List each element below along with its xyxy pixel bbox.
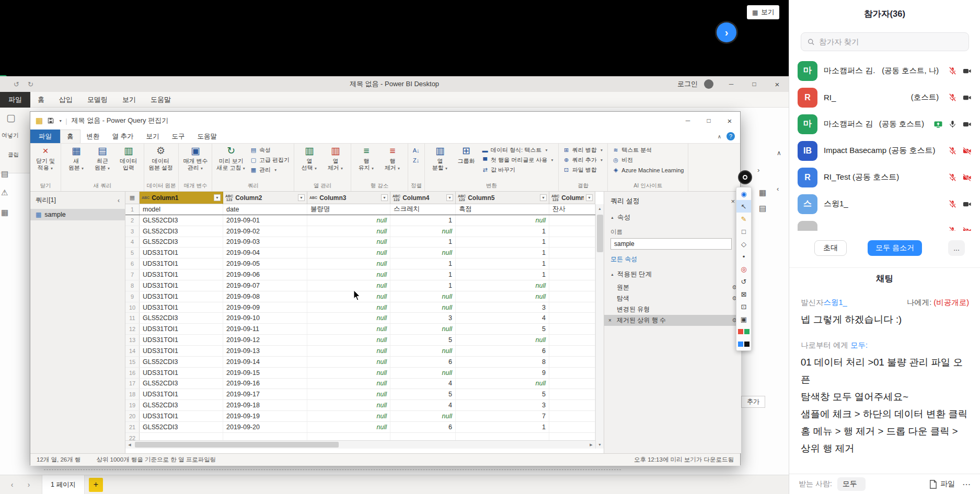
- view-button[interactable]: ▦ 보기: [747, 5, 779, 19]
- table-cell[interactable]: null: [307, 346, 390, 356]
- table-cell[interactable]: [307, 433, 390, 440]
- screen-tool[interactable]: ⊡: [736, 300, 751, 313]
- pq-close-button[interactable]: ×: [719, 112, 740, 130]
- table-cell[interactable]: null: [307, 368, 390, 378]
- table-cell[interactable]: [549, 324, 595, 334]
- table-cell[interactable]: 2019-09-11: [223, 324, 307, 334]
- spotlight-tool[interactable]: ◎: [736, 263, 751, 275]
- scrollbar-thumb[interactable]: [597, 215, 603, 252]
- table-cell[interactable]: 2019-09-15: [223, 368, 307, 378]
- table-cell[interactable]: GLS52CDI3: [140, 379, 223, 389]
- table-cell[interactable]: null: [390, 291, 456, 302]
- table-cell[interactable]: 2019-09-17: [223, 389, 307, 399]
- table-cell[interactable]: [549, 258, 595, 269]
- save-icon[interactable]: [47, 117, 54, 124]
- table-cell[interactable]: [549, 335, 595, 345]
- column-filter-icon[interactable]: ▼: [298, 194, 305, 201]
- advanced-editor-button[interactable]: ▢고급 편집기: [248, 155, 291, 165]
- table-cell[interactable]: [549, 313, 595, 323]
- table-row[interactable]: 19GLS52CDI32019-09-18null43: [125, 400, 595, 411]
- table-cell[interactable]: [549, 357, 595, 367]
- table-cell[interactable]: 5: [456, 389, 549, 399]
- close-button[interactable]: ×: [766, 76, 789, 92]
- table-cell[interactable]: 2019-09-07: [223, 280, 307, 291]
- table-cell[interactable]: null: [307, 215, 390, 226]
- remove-rows-button[interactable]: ≡행 제거▼: [380, 145, 405, 172]
- properties-section-header[interactable]: ▲ 속성: [610, 213, 741, 222]
- help-icon[interactable]: ?: [727, 132, 735, 140]
- collapse-panel-icon[interactable]: ∧: [777, 149, 781, 157]
- new-source-button[interactable]: ▦새 원본▼: [64, 145, 89, 172]
- table-row[interactable]: 4GLS52CDI32019-09-03null11: [125, 237, 595, 248]
- table-cell[interactable]: UDS31TOI1: [140, 258, 223, 269]
- stamp-tool[interactable]: •: [736, 250, 751, 263]
- eraser-tool[interactable]: ⊠: [736, 288, 751, 300]
- vertical-scrollbar[interactable]: ▲ ▼: [595, 204, 604, 449]
- page-tab[interactable]: 1 페이지: [42, 475, 85, 494]
- color-swatch[interactable]: [738, 342, 743, 347]
- table-cell[interactable]: 2019-09-14: [223, 357, 307, 367]
- table-cell[interactable]: null: [307, 258, 390, 269]
- grid-select-all-corner[interactable]: ▦: [125, 192, 140, 204]
- eye-tool[interactable]: ◉: [736, 187, 751, 200]
- column-header-column2[interactable]: ABC123Column2▼: [223, 192, 307, 204]
- table-cell[interactable]: null: [456, 335, 549, 345]
- table-cell[interactable]: 6: [390, 422, 456, 432]
- table-cell[interactable]: 5: [456, 324, 549, 334]
- replace-values-button[interactable]: ⇄값 바꾸기: [480, 165, 556, 175]
- report-view-icon[interactable]: ▤: [1, 169, 8, 179]
- applied-step-탐색[interactable]: 탐색⚙: [604, 293, 741, 304]
- column-filter-icon[interactable]: ▼: [586, 194, 593, 201]
- table-cell[interactable]: null: [390, 368, 456, 378]
- choose-columns-button[interactable]: ▥열 선택▼: [297, 145, 322, 172]
- table-cell[interactable]: [549, 248, 595, 258]
- table-cell[interactable]: 1: [390, 269, 456, 280]
- horizontal-scrollbar[interactable]: ◀ ▶: [125, 440, 595, 449]
- table-cell[interactable]: UDS31TOI1: [140, 248, 223, 258]
- split-column-button[interactable]: ▥열 분할▼: [428, 145, 453, 172]
- tab-help[interactable]: 도움말: [143, 92, 178, 108]
- append-queries-button[interactable]: ⊕쿼리 추가▼: [561, 155, 605, 165]
- table-cell[interactable]: [140, 433, 223, 440]
- remove-columns-button[interactable]: ▥열 제거▼: [323, 145, 348, 172]
- table-cell[interactable]: UDS31TOI1: [140, 389, 223, 399]
- table-cell[interactable]: null: [307, 357, 390, 367]
- table-row[interactable]: 18UDS31TOI12019-09-17null55: [125, 389, 595, 400]
- login-button[interactable]: 로그인: [672, 79, 703, 89]
- table-cell[interactable]: null: [307, 280, 390, 291]
- table-cell[interactable]: 1: [390, 280, 456, 291]
- color-swatch[interactable]: [744, 342, 750, 347]
- table-row[interactable]: 16UDS31TOI12019-09-15nullnull9: [125, 368, 595, 379]
- table-cell[interactable]: [549, 346, 595, 356]
- data-type-button[interactable]: ▬데이터 형식: 텍스트▼: [480, 145, 556, 155]
- table-cell[interactable]: 2019-09-08: [223, 291, 307, 302]
- add-button[interactable]: 추가: [741, 396, 765, 408]
- table-cell[interactable]: [549, 411, 595, 421]
- table-row[interactable]: 21GLS52CDI32019-09-20null61: [125, 422, 595, 433]
- sort-ascending-button[interactable]: A↓: [411, 145, 421, 155]
- applied-step-변경된 유형[interactable]: 변경된 유형: [604, 304, 741, 315]
- table-cell[interactable]: null: [390, 324, 456, 334]
- tab-insert[interactable]: 삽입: [52, 92, 80, 108]
- table-cell[interactable]: [223, 433, 307, 440]
- table-cell[interactable]: null: [307, 411, 390, 421]
- table-cell[interactable]: null: [390, 411, 456, 421]
- table-cell[interactable]: 9: [456, 368, 549, 378]
- recent-sources-button[interactable]: ▤최근 원본▼: [90, 145, 115, 172]
- table-cell[interactable]: 2019-09-06: [223, 269, 307, 280]
- table-cell[interactable]: 2019-09-01: [223, 215, 307, 226]
- table-cell[interactable]: [549, 389, 595, 399]
- table-row[interactable]: 2GLS52CDI32019-09-01null1null: [125, 215, 595, 226]
- table-cell[interactable]: null: [456, 291, 549, 302]
- participant-row[interactable]: [789, 217, 980, 231]
- use-first-row-as-headers-button[interactable]: ▀첫 행을 머리글로 사용▼: [480, 155, 556, 165]
- vision-button[interactable]: ◎비전: [610, 155, 685, 165]
- table-cell[interactable]: 스크레치: [390, 204, 456, 215]
- clipboard-tool[interactable]: ▣: [736, 313, 751, 325]
- column-header-column5[interactable]: ABC123Column5▼: [456, 192, 549, 204]
- table-cell[interactable]: 4: [456, 313, 549, 323]
- enter-data-button[interactable]: ▥데이터 입력: [116, 145, 141, 172]
- table-row[interactable]: 22: [125, 433, 595, 440]
- table-cell[interactable]: 1: [456, 248, 549, 258]
- status-profiling[interactable]: 상위 1000개 행을 기준으로 한 열 프로파일링: [96, 456, 216, 464]
